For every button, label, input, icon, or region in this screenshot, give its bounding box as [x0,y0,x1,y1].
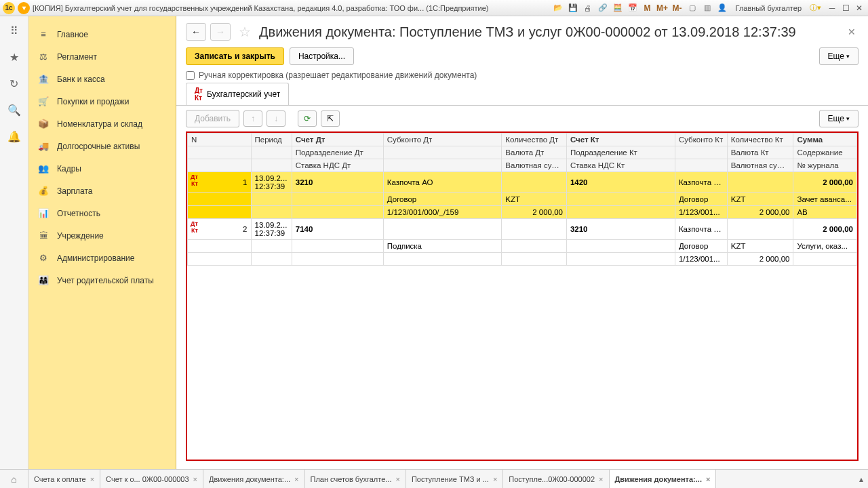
m-plus-icon[interactable]: M+ [657,3,668,14]
more-button[interactable]: Еще [819,47,859,65]
col-sum[interactable]: Сумма [793,134,857,146]
save-close-button[interactable]: Записать и закрыть [186,47,284,65]
bottom-tab-1[interactable]: Счет к о... 0Ж00-000003× [100,470,203,488]
sidebar-item-11[interactable]: 👨‍👩‍👧Учет родительской платы [28,269,176,291]
sidebar-item-7[interactable]: 💰Зарплата [28,180,176,202]
minimize-icon[interactable]: ─ [826,3,838,14]
sidebar-label: Покупки и продажи [57,97,130,106]
panel-icon[interactable]: ▢ [687,3,698,14]
star-icon[interactable]: ★ [9,51,19,64]
sidebar-icon: 🚚 [38,141,49,151]
sidebar-item-1[interactable]: ⚖Регламент [28,45,176,68]
refresh-button[interactable]: ⟳ [298,110,317,127]
sidebar-item-8[interactable]: 📊Отчетность [28,202,176,224]
up-button[interactable]: ↑ [243,110,262,127]
down-button[interactable]: ↓ [267,110,285,127]
bottom-tab-3[interactable]: План счетов бухгалте...× [305,470,406,488]
sidebar-label: Администрирование [57,253,134,263]
maximize-icon[interactable]: ☐ [840,3,852,14]
btab-label: Поступление ТМЗ и ... [412,475,489,483]
m-minus-icon[interactable]: M- [672,3,683,14]
export-button[interactable]: ⇱ [321,110,340,127]
col-valsum-kt[interactable]: Валютная сумма [727,159,793,172]
favorite-icon[interactable]: ☆ [239,24,251,40]
sidebar-item-9[interactable]: 🏛Учреждение [28,224,176,247]
bottom-tab-0[interactable]: Счета к оплате× [28,470,100,488]
sidebar-item-4[interactable]: 📦Номенклатура и склад [28,113,176,135]
col-subk-dt[interactable]: Субконто Дт [383,134,502,146]
calc-icon[interactable]: 🧮 [612,3,623,14]
bell-icon[interactable]: 🔔 [7,130,21,143]
tabs-overflow-icon[interactable]: ▴ [854,470,868,488]
col-period[interactable]: Период [251,134,292,146]
col-qty-kt[interactable]: Количество Кт [727,134,793,146]
col-subk-kt[interactable]: Субконто Кт [675,134,727,146]
calendar-icon[interactable]: 📅 [627,3,638,14]
manual-edit-checkbox[interactable] [186,71,195,80]
link-icon[interactable]: 🔗 [597,3,608,14]
col-schet-kt[interactable]: Счет Кт [566,134,675,146]
btab-close-icon[interactable]: × [493,475,497,483]
sidebar-item-10[interactable]: ⚙Администрирование [28,247,176,269]
settings-button[interactable]: Настройка... [290,47,354,65]
bottom-tab-5[interactable]: Поступле...0Ж00-000002× [503,470,609,488]
save-icon[interactable]: 💾 [568,3,578,14]
open-icon[interactable]: 📂 [553,3,564,14]
btab-label: Поступле...0Ж00-000002 [509,475,595,483]
col-stavka-kt[interactable]: Ставка НДС Кт [566,159,675,172]
dropdown-icon[interactable]: ▾ [18,2,30,14]
add-button[interactable]: Добавить [186,110,239,127]
history-icon[interactable]: ↻ [9,77,18,90]
close-page-icon[interactable]: ✕ [845,26,859,37]
sidebar-icon: 🏦 [38,74,49,84]
sidebar-item-3[interactable]: 🛒Покупки и продажи [28,90,176,113]
forward-button[interactable]: → [210,23,231,41]
col-journ[interactable]: № журнала [793,159,857,172]
sidebar-item-5[interactable]: 🚚Долгосрочные активы [28,135,176,157]
col-n[interactable]: N [188,134,252,146]
table-row[interactable]: 1/123/001/000/_/1592 000,001/123/001...2… [188,206,857,219]
table-row[interactable]: ДтКт113.09.2...12:37:393210Казпочта АО14… [188,172,857,193]
sidebar-item-0[interactable]: ≡Главное [28,23,176,45]
close-icon[interactable]: ✕ [853,3,865,14]
bottom-tabs: ⌂ Счета к оплате×Счет к о... 0Ж00-000003… [0,469,868,488]
info-icon[interactable]: ⓘ▾ [810,3,821,14]
table-more-button[interactable]: Еще [819,110,859,127]
sidebar-item-2[interactable]: 🏦Банк и касса [28,68,176,90]
sidebar-label: Зарплата [57,186,93,196]
tab-accounting[interactable]: ДтКт Бухгалтерский учет [186,83,289,105]
btab-close-icon[interactable]: × [395,475,399,483]
btab-close-icon[interactable]: × [706,475,710,483]
sidebar-item-6[interactable]: 👥Кадры [28,157,176,180]
book-icon[interactable]: ▥ [702,3,713,14]
table-row[interactable]: ПодпискаДоговорKZTУслуги, оказ... [188,240,857,253]
col-schet-dt[interactable]: Счет Дт [292,134,383,146]
bottom-tab-6[interactable]: Движения документа:...× [610,470,717,488]
btab-close-icon[interactable]: × [599,475,603,483]
m-icon[interactable]: M [642,3,653,14]
btab-close-icon[interactable]: × [294,475,298,483]
bottom-tab-2[interactable]: Движения документа:...× [203,470,304,488]
table-row[interactable]: 1/123/001...2 000,00 [188,253,857,266]
col-soderzh[interactable]: Содержание [793,146,857,159]
home-tab-icon[interactable]: ⌂ [0,470,28,488]
col-val-dt[interactable]: Валюта Дт [502,146,567,159]
col-val-kt[interactable]: Валюта Кт [727,146,793,159]
col-podr-dt[interactable]: Подразделение Дт [292,146,383,159]
col-stavka-dt[interactable]: Ставка НДС Дт [292,159,383,172]
user-label[interactable]: Главный бухгалтер [736,4,802,12]
col-podr-kt[interactable]: Подразделение Кт [566,146,675,159]
table-row[interactable]: ДоговорKZTДоговорKZTЗачет аванса... [188,193,857,206]
col-qty-dt[interactable]: Количество Дт [502,134,567,146]
col-valsum-dt[interactable]: Валютная сумма [502,159,567,172]
bottom-tab-4[interactable]: Поступление ТМЗ и ...× [406,470,503,488]
search-icon[interactable]: 🔍 [7,104,21,117]
table-row[interactable]: ДтКт213.09.2...12:37:3971403210Казпочта … [188,219,857,240]
btab-close-icon[interactable]: × [90,475,94,483]
apps-icon[interactable]: ⠿ [10,24,18,37]
sidebar-label: Кадры [57,164,81,174]
btab-close-icon[interactable]: × [193,475,197,483]
content: ← → ☆ Движения документа: Поступление ТМ… [176,16,868,469]
back-button[interactable]: ← [186,23,206,41]
print-icon[interactable]: 🖨 [583,3,593,14]
